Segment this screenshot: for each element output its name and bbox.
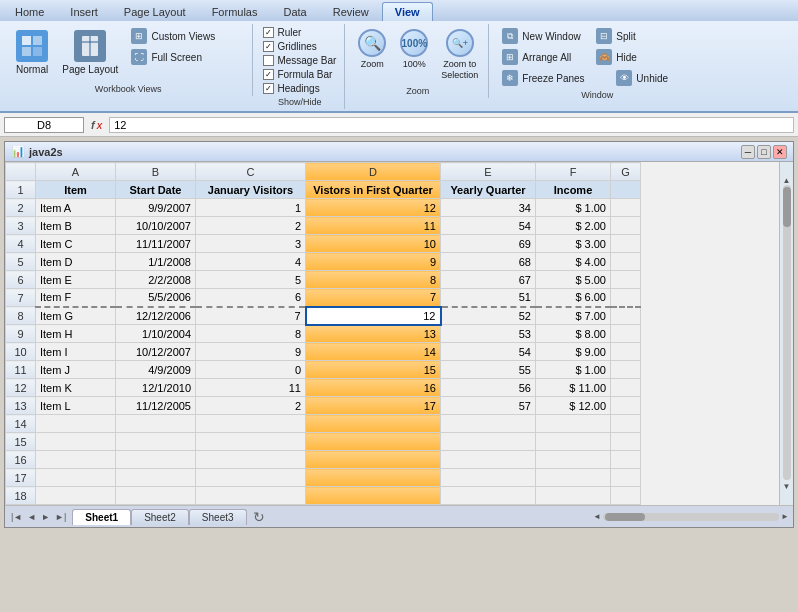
cell-15G[interactable] xyxy=(611,433,641,451)
cell-2E[interactable]: 34 xyxy=(441,199,536,217)
cell-10D[interactable]: 14 xyxy=(306,343,441,361)
cell-14D[interactable] xyxy=(306,415,441,433)
cell-1E[interactable]: Yearly Quarter xyxy=(441,181,536,199)
cell-18B[interactable] xyxy=(116,487,196,505)
cell-10F[interactable]: $ 9.00 xyxy=(536,343,611,361)
cell-10B[interactable]: 10/12/2007 xyxy=(116,343,196,361)
cell-8F[interactable]: $ 7.00 xyxy=(536,307,611,325)
cell-18G[interactable] xyxy=(611,487,641,505)
cell-18A[interactable] xyxy=(36,487,116,505)
cell-4E[interactable]: 69 xyxy=(441,235,536,253)
col-header-f[interactable]: F xyxy=(536,163,611,181)
cell-13C[interactable]: 2 xyxy=(196,397,306,415)
cell-2C[interactable]: 1 xyxy=(196,199,306,217)
gridlines-checkbox[interactable]: ✓ xyxy=(263,41,274,52)
row-header-14[interactable]: 14 xyxy=(6,415,36,433)
cell-7C[interactable]: 6 xyxy=(196,289,306,307)
cell-6F[interactable]: $ 5.00 xyxy=(536,271,611,289)
cell-15A[interactable] xyxy=(36,433,116,451)
cell-12B[interactable]: 12/1/2010 xyxy=(116,379,196,397)
cell-12G[interactable] xyxy=(611,379,641,397)
cell-9D[interactable]: 13 xyxy=(306,325,441,343)
message-bar-checkbox-row[interactable]: Message Bar xyxy=(261,54,338,67)
ss-minimize-button[interactable]: ─ xyxy=(741,145,755,159)
headings-checkbox-row[interactable]: ✓ Headings xyxy=(261,82,321,95)
cell-4G[interactable] xyxy=(611,235,641,253)
cell-9C[interactable]: 8 xyxy=(196,325,306,343)
tab-formulas[interactable]: Formulas xyxy=(199,2,271,21)
cell-14E[interactable] xyxy=(441,415,536,433)
cell-7F[interactable]: $ 6.00 xyxy=(536,289,611,307)
cell-17B[interactable] xyxy=(116,469,196,487)
cell-14A[interactable] xyxy=(36,415,116,433)
zoom-100-button[interactable]: 100% 100% xyxy=(395,26,433,72)
cell-14F[interactable] xyxy=(536,415,611,433)
row-header-6[interactable]: 6 xyxy=(6,271,36,289)
cell-15C[interactable] xyxy=(196,433,306,451)
row-header-5[interactable]: 5 xyxy=(6,253,36,271)
scroll-down-btn[interactable]: ▼ xyxy=(783,482,791,491)
row-header-1[interactable]: 1 xyxy=(6,181,36,199)
cell-1G[interactable] xyxy=(611,181,641,199)
col-header-a[interactable]: A xyxy=(36,163,116,181)
formula-bar-checkbox[interactable]: ✓ xyxy=(263,69,274,80)
cell-2B[interactable]: 9/9/2007 xyxy=(116,199,196,217)
cell-17A[interactable] xyxy=(36,469,116,487)
custom-views-button[interactable]: ⊞ Custom Views xyxy=(126,26,246,46)
arrange-all-button[interactable]: ⊞ Arrange All xyxy=(497,47,587,67)
cell-11E[interactable]: 55 xyxy=(441,361,536,379)
tab-view[interactable]: View xyxy=(382,2,433,21)
cell-16B[interactable] xyxy=(116,451,196,469)
cell-12D[interactable]: 16 xyxy=(306,379,441,397)
row-header-2[interactable]: 2 xyxy=(6,199,36,217)
cell-18C[interactable] xyxy=(196,487,306,505)
ruler-checkbox-row[interactable]: ✓ Ruler xyxy=(261,26,303,39)
row-header-16[interactable]: 16 xyxy=(6,451,36,469)
cell-11D[interactable]: 15 xyxy=(306,361,441,379)
cell-5G[interactable] xyxy=(611,253,641,271)
col-header-g[interactable]: G xyxy=(611,163,641,181)
row-header-8[interactable]: 8 xyxy=(6,307,36,325)
cell-9F[interactable]: $ 8.00 xyxy=(536,325,611,343)
normal-button[interactable]: Normal xyxy=(10,26,54,79)
gridlines-checkbox-row[interactable]: ✓ Gridlines xyxy=(261,40,318,53)
cell-18E[interactable] xyxy=(441,487,536,505)
scroll-right-btn[interactable]: ► xyxy=(781,512,789,521)
cell-14C[interactable] xyxy=(196,415,306,433)
cell-17D[interactable] xyxy=(306,469,441,487)
scroll-up-btn[interactable]: ▲ xyxy=(783,176,791,185)
cell-16E[interactable] xyxy=(441,451,536,469)
cell-16C[interactable] xyxy=(196,451,306,469)
sheet-nav-prev[interactable]: ◄ xyxy=(25,511,38,523)
split-button[interactable]: ⊟ Split xyxy=(591,26,651,46)
cell-3F[interactable]: $ 2.00 xyxy=(536,217,611,235)
cell-14B[interactable] xyxy=(116,415,196,433)
row-header-10[interactable]: 10 xyxy=(6,343,36,361)
cell-13G[interactable] xyxy=(611,397,641,415)
cell-7E[interactable]: 51 xyxy=(441,289,536,307)
cell-16A[interactable] xyxy=(36,451,116,469)
cell-1F[interactable]: Income xyxy=(536,181,611,199)
cell-13F[interactable]: $ 12.00 xyxy=(536,397,611,415)
cell-8B[interactable]: 12/12/2006 xyxy=(116,307,196,325)
scroll-thumb-h[interactable] xyxy=(605,513,645,521)
cell-13B[interactable]: 11/12/2005 xyxy=(116,397,196,415)
cell-9G[interactable] xyxy=(611,325,641,343)
tab-review[interactable]: Review xyxy=(320,2,382,21)
headings-checkbox[interactable]: ✓ xyxy=(263,83,274,94)
cell-13D[interactable]: 17 xyxy=(306,397,441,415)
zoom-selection-button[interactable]: 🔍+ Zoom toSelection xyxy=(437,26,482,84)
cell-7B[interactable]: 5/5/2006 xyxy=(116,289,196,307)
scroll-left-btn[interactable]: ◄ xyxy=(593,512,601,521)
cell-4B[interactable]: 11/11/2007 xyxy=(116,235,196,253)
cell-6A[interactable]: Item E xyxy=(36,271,116,289)
cell-8A[interactable]: Item G xyxy=(36,307,116,325)
cell-2F[interactable]: $ 1.00 xyxy=(536,199,611,217)
cell-10A[interactable]: Item I xyxy=(36,343,116,361)
cell-17E[interactable] xyxy=(441,469,536,487)
cell-12F[interactable]: $ 11.00 xyxy=(536,379,611,397)
cell-12C[interactable]: 11 xyxy=(196,379,306,397)
horizontal-scrollbar[interactable]: ◄ ► xyxy=(593,512,793,521)
cell-10E[interactable]: 54 xyxy=(441,343,536,361)
cell-18D[interactable] xyxy=(306,487,441,505)
